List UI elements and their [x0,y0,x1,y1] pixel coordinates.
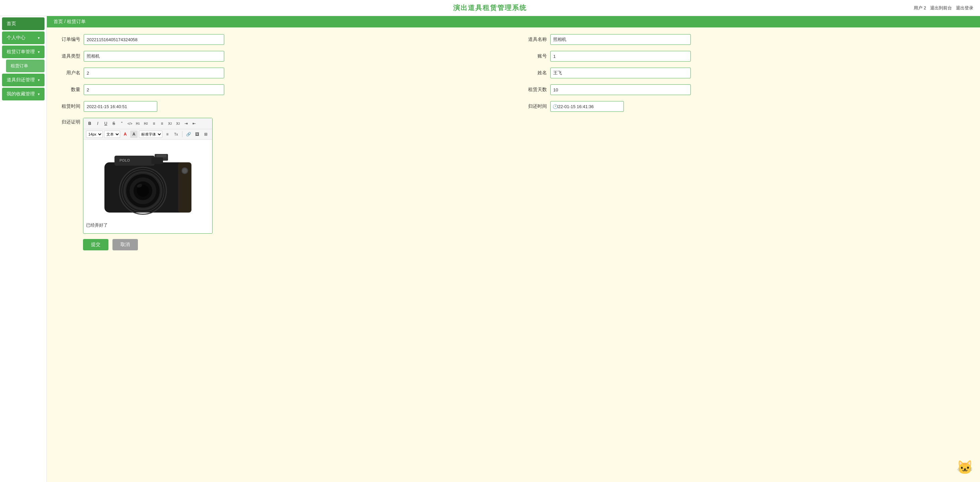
strikethrough-button[interactable]: S [110,120,118,127]
align-left-button[interactable]: ≡ [164,130,171,138]
username-input[interactable] [84,68,224,78]
breadcrumb-separator: / [64,19,67,24]
sidebar-favorites-label: 我的收藏管理 [7,91,35,97]
underline-button[interactable]: U [102,120,110,127]
svg-rect-18 [156,154,166,157]
account-group: 账号 [523,51,970,62]
form-row-4: 数量 租赁天数 [57,84,970,95]
link-button[interactable]: 🔗 [185,130,192,138]
realname-input[interactable] [550,68,691,78]
bold-button[interactable]: B [86,120,93,127]
editor-toolbar-row2: 14px 文本 A A 标准字体 ≡ Tx [83,129,212,140]
order-no-input[interactable] [84,34,224,45]
order-no-label: 订单编号 [57,37,80,43]
indent-button[interactable]: ⇥ [182,120,190,127]
form-container: 订单编号 道具名称 道具类型 账号 [47,27,980,257]
breadcrumb-current: 租赁订单 [67,19,86,24]
h2-button[interactable]: H2 [142,120,150,127]
sidebar-item-favorites[interactable]: 我的收藏管理 ▾ [2,88,45,100]
h1-button[interactable]: H1 [134,120,142,127]
rental-days-input[interactable] [550,84,691,95]
font-color-button[interactable]: A [121,130,129,138]
return-time-input[interactable] [550,101,624,112]
app-title: 演出道具租赁管理系统 [453,3,527,13]
chevron-down-icon: ▾ [38,92,40,96]
quantity-group: 数量 [57,84,503,95]
return-time-wrapper: 🕐 [550,101,624,112]
outdent-button[interactable]: ⇤ [191,120,198,127]
editor-wrapper: B I U S " </> H1 H2 ≡ ≡ X2 X2 ⇥ [83,118,213,234]
font-family-select[interactable]: 标准字体 [139,130,162,138]
sidebar-item-home[interactable]: 首页 [2,17,45,30]
sidebar-item-return-mgmt[interactable]: 道具归还管理 ▾ [2,74,45,86]
font-bg-button[interactable]: A [130,130,138,138]
form-row-1: 订单编号 道具名称 [57,34,970,45]
italic-button[interactable]: I [94,120,102,127]
submit-button[interactable]: 提交 [83,239,108,250]
account-label: 账号 [523,53,547,59]
quantity-input[interactable] [84,84,224,95]
svg-text:POLO: POLO [119,158,130,162]
logout-button[interactable]: 退出登录 [956,5,973,11]
sidebar-item-profile[interactable]: 个人中心 ▾ [2,32,45,44]
image-button[interactable]: 🖼 [194,130,201,138]
cancel-button[interactable]: 取消 [113,239,138,250]
prop-type-label: 道具类型 [57,53,80,59]
sidebar-rental-order-sub-label: 租货订单 [11,63,28,69]
blockquote-button[interactable]: " [118,120,126,127]
superscript-button[interactable]: X2 [174,120,182,127]
content-type-select[interactable]: 文本 [104,130,120,138]
sidebar-home-label: 首页 [7,21,16,27]
username-group: 用户名 [57,68,503,78]
quantity-label: 数量 [57,87,80,93]
back-to-front[interactable]: 退出到前台 [930,5,952,11]
clock-icon: 🕐 [553,104,558,109]
main-layout: 首页 个人中心 ▾ 租赁订单管理 ▾ 租货订单 道具归还管理 ▾ 我的收藏管理 … [0,16,980,482]
ordered-list-button[interactable]: ≡ [150,120,158,127]
top-header: 演出道具租赁管理系统 用户 2 退出到前台 退出登录 [0,0,980,16]
order-no-group: 订单编号 [57,34,503,45]
rental-days-group: 租赁天数 [523,84,970,95]
prop-type-input[interactable] [84,51,224,62]
font-size-select[interactable]: 14px [86,130,103,138]
sidebar-item-rental-order-mgmt[interactable]: 租赁订单管理 ▾ [2,46,45,58]
rental-time-group: 租赁时间 [57,101,503,112]
realname-label: 姓名 [523,70,547,76]
svg-point-12 [182,169,187,173]
sidebar-return-mgmt-label: 道具归还管理 [7,77,35,83]
prop-name-group: 道具名称 [523,34,970,45]
sidebar-rental-order-mgmt-label: 租赁订单管理 [7,49,35,55]
account-input[interactable] [550,51,691,62]
main-content: 首页 / 租赁订单 订单编号 道具名称 道具类型 [47,16,980,482]
header-actions: 用户 2 退出到前台 退出登录 [914,5,973,11]
rental-time-label: 租赁时间 [57,103,80,110]
prop-type-group: 道具类型 [57,51,503,62]
breadcrumb-home[interactable]: 首页 [54,19,63,24]
rental-time-input[interactable] [84,101,157,112]
subscript-button[interactable]: X2 [166,120,174,127]
table-button[interactable]: ⊞ [202,130,210,138]
return-time-label: 归还时间 [523,103,547,110]
clear-format-button[interactable]: Tx [172,130,180,138]
sidebar-profile-label: 个人中心 [7,35,25,41]
return-proof-label: 归还证明 [57,118,80,125]
chevron-down-icon: ▾ [38,78,40,82]
chevron-down-icon: ▾ [38,36,40,40]
username-label: 用户名 [57,70,80,76]
rental-days-label: 租赁天数 [523,87,547,93]
prop-name-label: 道具名称 [523,37,547,43]
editor-body[interactable]: POLO [83,140,212,233]
return-time-group: 归还时间 🕐 [523,101,970,112]
form-row-2: 道具类型 账号 [57,51,970,62]
breadcrumb: 首页 / 租赁订单 [47,16,980,27]
sidebar-item-rental-order-sub[interactable]: 租货订单 [6,60,45,72]
editor-content-text: 已经弄好了 [86,222,210,228]
editor-section: 归还证明 B I U S " </> H1 H2 ≡ [57,118,970,234]
editor-toolbar-row1: B I U S " </> H1 H2 ≡ ≡ X2 X2 ⇥ [83,118,212,129]
chevron-down-icon: ▾ [38,50,40,54]
mascot: 🐱 [956,460,973,475]
code-button[interactable]: </> [126,120,134,127]
prop-name-input[interactable] [550,34,691,45]
camera-svg: POLO [94,142,202,219]
unordered-list-button[interactable]: ≡ [158,120,165,127]
